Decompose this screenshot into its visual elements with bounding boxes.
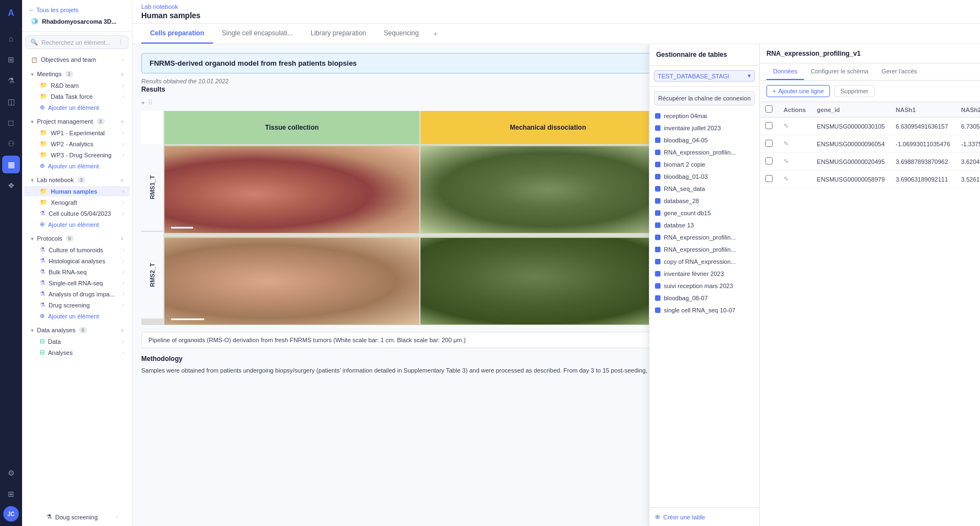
puzzle-nav-icon[interactable]: ❖ bbox=[2, 177, 20, 194]
tm-item-rna-profiling-2[interactable]: RNA_expression_profilin... bbox=[649, 231, 759, 243]
chevron-icon: › bbox=[122, 302, 124, 308]
content-area: FNRMS-derived organoid model from fresh … bbox=[132, 44, 980, 526]
chart-nav-icon[interactable]: ◫ bbox=[2, 93, 20, 110]
settings-nav-icon[interactable]: ⚙ bbox=[2, 464, 20, 482]
tm-item-rna-profiling-1[interactable]: RNA_expression_profilin... bbox=[649, 146, 759, 158]
tab-library[interactable]: Library preparation bbox=[302, 24, 375, 44]
sidebar-item-project-management[interactable]: ▾ Project management 3 ∨ bbox=[24, 116, 130, 127]
sidebar-subitem-single-cell[interactable]: ⚗ Single-cell RNA-seq › bbox=[24, 278, 130, 288]
edit-icon[interactable]: ✎ bbox=[784, 123, 789, 129]
tm-db-dropdown[interactable]: TEST_DATABASE_STAGI ▾ bbox=[654, 70, 755, 82]
edit-icon[interactable]: ✎ bbox=[784, 158, 789, 164]
tm-item-databse13[interactable]: databse 13 bbox=[649, 219, 759, 231]
edit-icon[interactable]: ✎ bbox=[784, 176, 789, 182]
tm-tab-schema[interactable]: Configurer le schéma bbox=[804, 63, 875, 80]
row-checkbox[interactable] bbox=[765, 157, 773, 164]
sidebar-subitem-cell-culture[interactable]: ⚗ Cell culture 05/04/2023 › bbox=[24, 208, 130, 219]
tm-item-reception[interactable]: reception 04mai bbox=[649, 110, 759, 122]
tm-item-bloodbag-08[interactable]: bloodbag_08-07 bbox=[649, 292, 759, 304]
analyses-icon: ⊟ bbox=[40, 349, 45, 356]
delete-button[interactable]: Supprimer bbox=[834, 85, 875, 97]
link-nav-icon[interactable]: ⊞ bbox=[2, 485, 20, 503]
sidebar-item-protocols[interactable]: ▾ Protocols 6 ∨ bbox=[24, 233, 130, 244]
dropdown-arrow-icon: ▾ bbox=[748, 72, 751, 79]
plus-icon: ⊕ bbox=[40, 162, 45, 169]
flask-nav-icon[interactable]: ⚗ bbox=[2, 72, 20, 89]
breadcrumb-link[interactable]: Lab notebook bbox=[141, 3, 178, 10]
add-item-meetings[interactable]: ⊕ Ajouter un élément bbox=[24, 102, 130, 113]
sidebar-subitem-rd-team[interactable]: 📁 R&D team › bbox=[24, 80, 130, 91]
sidebar-section-data-analyses: ▾ Data analyses 6 ∨ ⊟ Data › ⊟ Analyses … bbox=[22, 323, 132, 359]
col-actions: Actions bbox=[778, 102, 811, 118]
meetings-badge: 2 bbox=[65, 71, 73, 77]
add-item-pm[interactable]: ⊕ Ajouter un élément bbox=[24, 161, 130, 171]
tm-item-rna-profiling-3[interactable]: RNA_expression_profilin... bbox=[649, 243, 759, 256]
tm-tab-access[interactable]: Gerer l'accès bbox=[875, 63, 924, 80]
sidebar-subitem-doug-screening[interactable]: ⚗ Doug screening › bbox=[31, 512, 123, 522]
table-nav-icon[interactable]: ▦ bbox=[2, 156, 20, 173]
row-checkbox[interactable] bbox=[765, 140, 773, 147]
add-line-button[interactable]: + Ajouter une ligne bbox=[766, 85, 830, 97]
tm-item-rna-seq[interactable]: RNA_seq_data bbox=[649, 183, 759, 195]
user-avatar[interactable]: JC bbox=[3, 506, 19, 522]
sidebar-subitem-drug-screening[interactable]: ⚗ Drug screening › bbox=[24, 300, 130, 310]
tm-item-inventaire-jul[interactable]: inventaire juillet 2023 bbox=[649, 122, 759, 134]
bell-nav-icon[interactable]: ◻ bbox=[2, 114, 20, 131]
drag-handle[interactable]: ⠿ bbox=[148, 99, 153, 107]
sidebar-subitem-analyses[interactable]: ⊟ Analyses › bbox=[24, 347, 130, 358]
sidebar-item-meetings[interactable]: ▾ Meetings 2 ∨ bbox=[24, 68, 130, 79]
tm-item-bloodbag-04[interactable]: bloodbag_04-05 bbox=[649, 134, 759, 146]
sidebar-subitem-wp1[interactable]: 📁 WP1 - Experimental › bbox=[24, 127, 130, 138]
tm-item-biomart[interactable]: biomart 2 copie bbox=[649, 158, 759, 171]
sidebar-subitem-human-samples[interactable]: 📁 Human samples › bbox=[24, 186, 130, 196]
plus-icon[interactable]: + bbox=[141, 99, 145, 106]
tab-cells-preparation[interactable]: Cells preparation bbox=[141, 24, 213, 44]
tm-item-inventaire-feb[interactable]: inventaire février 2023 bbox=[649, 268, 759, 280]
back-link[interactable]: ← Tous les projets bbox=[26, 4, 127, 15]
tm-connect-button[interactable]: Récupérer la chaîne de connexion bbox=[654, 91, 755, 105]
search-bar[interactable]: 🔍 Recherchez un élément... ⋮ bbox=[25, 35, 129, 49]
doug-icon: ⚗ bbox=[46, 513, 52, 520]
tm-data-title: RNA_expression_profiling_v1 bbox=[760, 44, 980, 63]
row-checkbox[interactable] bbox=[765, 175, 773, 182]
chevron-icon: › bbox=[122, 339, 124, 344]
tm-item-gene-count[interactable]: gene_count db15 bbox=[649, 207, 759, 219]
sidebar-subitem-drug-analysis[interactable]: ⚗ Analysis of drugs impa... › bbox=[24, 289, 130, 299]
tab-sequencing[interactable]: Sequencing bbox=[375, 24, 428, 44]
tm-item-single-cell-rna[interactable]: single cell RNA_seq 10-07 bbox=[649, 304, 759, 316]
row-checkbox[interactable] bbox=[765, 122, 773, 129]
tab-single-cell[interactable]: Single cell encapsulati... bbox=[213, 24, 302, 44]
grid-nav-icon[interactable]: ⊞ bbox=[2, 51, 20, 68]
tm-item-bloodbag-01[interactable]: bloodbag_01-03 bbox=[649, 171, 759, 183]
sidebar-item-label: Meetings bbox=[37, 71, 62, 77]
page-title: Human samples bbox=[141, 11, 971, 20]
table-manager: Gestionnaire de tables TEST_DATABASE_STA… bbox=[649, 44, 980, 526]
tm-item-copy-rna[interactable]: copy of RNA_expression... bbox=[649, 256, 759, 268]
people-nav-icon[interactable]: ⚇ bbox=[2, 135, 20, 152]
app-logo[interactable]: A bbox=[2, 4, 20, 22]
select-all-checkbox[interactable] bbox=[765, 105, 773, 113]
tm-item-suivi[interactable]: suivi reception mars 2023 bbox=[649, 280, 759, 292]
sidebar-item-data-analyses[interactable]: ▾ Data analyses 6 ∨ bbox=[24, 325, 130, 336]
sidebar-subitem-wp3[interactable]: 📁 WP3 - Drug Screening › bbox=[24, 150, 130, 160]
home-nav-icon[interactable]: ⌂ bbox=[2, 30, 20, 47]
sidebar-subitem-xenograft[interactable]: 📁 Xenograft › bbox=[24, 197, 130, 208]
add-item-lab[interactable]: ⊕ Ajouter un élément bbox=[24, 219, 130, 230]
chevron-icon: ∨ bbox=[120, 71, 124, 77]
icon-rail: A ⌂ ⊞ ⚗ ◫ ◻ ⚇ ▦ ❖ ⚙ ⊞ JC bbox=[0, 0, 22, 526]
edit-icon[interactable]: ✎ bbox=[784, 140, 789, 147]
tissue-rms2-image bbox=[164, 237, 419, 325]
tab-add-button[interactable]: + bbox=[428, 26, 443, 41]
sidebar-subitem-data-taskforce[interactable]: 📁 Data Task force › bbox=[24, 91, 130, 102]
tm-create-table-button[interactable]: ⊕ Créer une table bbox=[649, 507, 759, 526]
sidebar-subitem-histological[interactable]: ⚗ Histological analyses › bbox=[24, 256, 130, 266]
add-item-protocols[interactable]: ⊕ Ajouter un élément bbox=[24, 311, 130, 321]
sidebar-subitem-data[interactable]: ⊟ Data › bbox=[24, 336, 130, 347]
sidebar-item-objectives[interactable]: 📋 Objectives and team › bbox=[24, 54, 130, 65]
sidebar-subitem-wp2[interactable]: 📁 WP2 - Analytics › bbox=[24, 139, 130, 149]
tm-item-database28[interactable]: database_28 bbox=[649, 195, 759, 207]
tm-tab-donnees[interactable]: Données bbox=[766, 63, 804, 80]
sidebar-subitem-culture[interactable]: ⚗ Culture of tumoroids › bbox=[24, 245, 130, 255]
sidebar-subitem-bulk-rna[interactable]: ⚗ Bulk RNA-seq › bbox=[24, 267, 130, 277]
sidebar-item-lab-notebook[interactable]: ▾ Lab notebook 3 ∨ bbox=[24, 174, 130, 185]
